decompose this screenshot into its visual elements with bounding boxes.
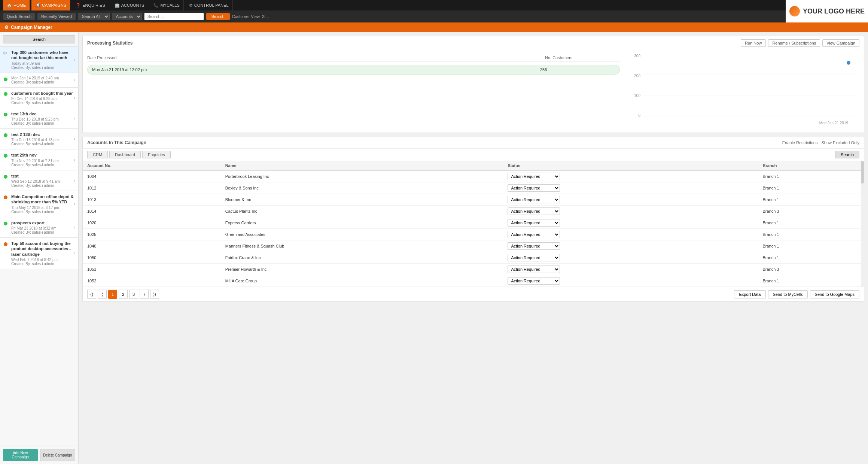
status-select[interactable]: Action RequiredContactedWonLostNo Action (508, 173, 560, 180)
cell-status[interactable]: Action RequiredContactedWonLostNo Action (503, 206, 758, 217)
status-dot (4, 133, 7, 137)
sidebar-item-creator: Created By: sales-i admin (11, 101, 74, 105)
send-to-mycells-button[interactable]: Send to MyCells (768, 290, 808, 298)
cell-status[interactable]: Action RequiredContactedWonLostNo Action (503, 264, 758, 275)
home-icon: 🏠 (7, 3, 12, 8)
sidebar-item[interactable]: Main Competitor: office depot & shrinkin… (0, 191, 78, 217)
view-campaign-button[interactable]: View Campaign (822, 39, 859, 47)
svg-point-4 (847, 61, 850, 65)
tab-dashboard[interactable]: Dashboard (109, 151, 141, 158)
nav-controlpanel[interactable]: ⚙ CONTROL PANEL (185, 0, 233, 10)
chart-highlighted-row: Mon Jan 21 2019 at 12:02 pm 256 (87, 65, 620, 75)
quick-search-button[interactable]: Quick Search (3, 13, 35, 20)
logo: YOUR LOGO HERE (789, 6, 865, 16)
rename-subscriptions-button[interactable]: Rename / Subscriptions (768, 39, 820, 47)
table-search-button[interactable]: Search (835, 151, 859, 158)
status-select[interactable]: Action RequiredContactedWonLostNo Action (508, 207, 560, 215)
send-to-google-maps-button[interactable]: Send to Google Maps (810, 290, 859, 298)
main-content: Processing Statistics Run Now Rename / S… (79, 32, 868, 464)
sidebar-item[interactable]: test 2 13th dec Thu Dec 13 2018 at 4:13 … (0, 129, 78, 149)
nav-accounts[interactable]: 🏢 ACCOUNTS (111, 0, 149, 10)
status-dot (4, 222, 7, 225)
status-select[interactable]: Action RequiredContactedWonLostNo Action (508, 184, 560, 192)
sidebar-item[interactable]: test Wed Sep 12 2018 at 9:41 am Created … (0, 170, 78, 191)
table-row: 1020 Express Carriers Action RequiredCon… (83, 217, 864, 229)
status-select[interactable]: Action RequiredContactedWonLostNo Action (508, 219, 560, 227)
top-nav: 🏠 HOME 📢 CAMPAIGNS ❓ ENQUIRIES 🏢 ACCOUNT… (0, 0, 868, 10)
nav-home[interactable]: 🏠 HOME (3, 0, 30, 10)
tab-enquiries[interactable]: Enquiries (142, 151, 171, 158)
sidebar-item[interactable]: ⚙ Top 300 customers who have not bought … (0, 47, 78, 73)
sub-header-title: Campaign Manager (11, 25, 52, 30)
table-scrollbar[interactable] (861, 161, 864, 287)
status-select[interactable]: Action RequiredContactedWonLostNo Action (508, 231, 560, 238)
status-select[interactable]: Action RequiredContactedWonLostNo Action (508, 242, 560, 250)
cell-status[interactable]: Action RequiredContactedWonLostNo Action (503, 170, 758, 182)
sidebar-item-creator: Created By: sales-i admin (11, 262, 74, 266)
accounts-title: Accounts In This Campaign (87, 140, 146, 145)
search-button[interactable]: Search (206, 13, 230, 20)
sidebar-footer: Add New Campaign Delete Campaign (0, 446, 78, 464)
nav-campaigns[interactable]: 📢 CAMPAIGNS (31, 0, 70, 10)
gear-icon: ⚙ (3, 51, 7, 56)
sidebar-item[interactable]: test 29th nov Thu Nov 29 2018 at 7:31 am… (0, 149, 78, 170)
chevron-right-icon: › (74, 178, 75, 183)
chevron-right-icon: › (74, 57, 75, 62)
page-3-button[interactable]: 3 (129, 290, 138, 299)
export-data-button[interactable]: Export Data (734, 290, 765, 298)
sidebar-item-date: Mon Jan 14 2019 at 2:49 pm (11, 76, 74, 80)
sidebar-item[interactable]: Mon Jan 14 2019 at 2:49 pm Created By: s… (0, 73, 78, 88)
sidebar-item-title: customers not bought this year (11, 91, 74, 96)
add-campaign-button[interactable]: Add New Campaign (3, 449, 38, 461)
page-next-button[interactable]: ⟩ (140, 290, 149, 299)
cell-status[interactable]: Action RequiredContactedWonLostNo Action (503, 217, 758, 229)
more-link[interactable]: 2t... (262, 14, 269, 19)
page-2-button[interactable]: 2 (119, 290, 128, 299)
cell-status[interactable]: Action RequiredContactedWonLostNo Action (503, 194, 758, 206)
cell-status[interactable]: Action RequiredContactedWonLostNo Action (503, 252, 758, 264)
page-first-button[interactable]: ⟨⟨ (87, 290, 96, 299)
status-dot (4, 175, 7, 179)
delete-campaign-button[interactable]: Delete Campaign (40, 449, 76, 461)
status-select[interactable]: Action RequiredContactedWonLostNo Action (508, 254, 560, 261)
cell-branch: Branch 1 (758, 275, 864, 287)
customer-view-link[interactable]: Customer View (232, 14, 260, 19)
search-all-dropdown[interactable]: Search All (78, 13, 110, 20)
sidebar-item[interactable]: test 13th dec Thu Dec 13 2018 at 5:23 pm… (0, 108, 78, 129)
table-row: 1025 Greenland Associates Action Require… (83, 229, 864, 240)
chevron-right-icon: › (74, 78, 75, 83)
campaigns-icon: 📢 (35, 3, 40, 8)
recently-viewed-button[interactable]: Recently Viewed (37, 13, 76, 20)
page-prev-button[interactable]: ⟨ (98, 290, 107, 299)
cell-status[interactable]: Action RequiredContactedWonLostNo Action (503, 275, 758, 287)
cell-status[interactable]: Action RequiredContactedWonLostNo Action (503, 240, 758, 252)
sidebar-item-date: Wed Sep 12 2018 at 9:41 am (11, 179, 74, 184)
nav-enquiries[interactable]: ❓ ENQUIRIES (72, 0, 109, 10)
sidebar-item-date: Wed Feb 7 2018 at 8:42 pm (11, 258, 74, 262)
page-last-button[interactable]: ⟩⟩ (150, 290, 159, 299)
sidebar-item-creator: Created By: sales-i admin (11, 121, 74, 125)
accounts-icon: 🏢 (115, 3, 120, 8)
run-now-button[interactable]: Run Now (741, 39, 766, 47)
sidebar-search-area: Search (0, 32, 78, 47)
page-1-button[interactable]: 1 (108, 290, 117, 299)
sidebar-item-title: Top 300 customers who have not bought so… (11, 50, 74, 61)
sidebar-search-button[interactable]: Search (3, 35, 75, 43)
sidebar-item[interactable]: Top 50 account not buying the product de… (0, 238, 78, 269)
status-dot (4, 242, 7, 246)
chart-svg (642, 54, 859, 118)
cell-status[interactable]: Action RequiredContactedWonLostNo Action (503, 229, 758, 240)
accounts-dropdown[interactable]: Accounts (112, 13, 142, 20)
search-input[interactable] (144, 13, 204, 20)
sidebar-item[interactable]: customers not bought this year Fri Dec 1… (0, 88, 78, 108)
tab-crm[interactable]: CRM (87, 151, 108, 158)
cell-branch: Branch 1 (758, 194, 864, 206)
status-select[interactable]: Action RequiredContactedWonLostNo Action (508, 277, 560, 285)
sidebar-item[interactable]: prospects export Fri Mar 23 2018 at 9:32… (0, 217, 78, 238)
cell-status[interactable]: Action RequiredContactedWonLostNo Action (503, 182, 758, 194)
nav-mycalls[interactable]: 📞 MYCALLS (150, 0, 183, 10)
table-row: 1040 Manners Fitness & Squash Club Actio… (83, 240, 864, 252)
status-select[interactable]: Action RequiredContactedWonLostNo Action (508, 266, 560, 273)
status-select[interactable]: Action RequiredContactedWonLostNo Action (508, 196, 560, 203)
cell-branch: Branch 1 (758, 182, 864, 194)
